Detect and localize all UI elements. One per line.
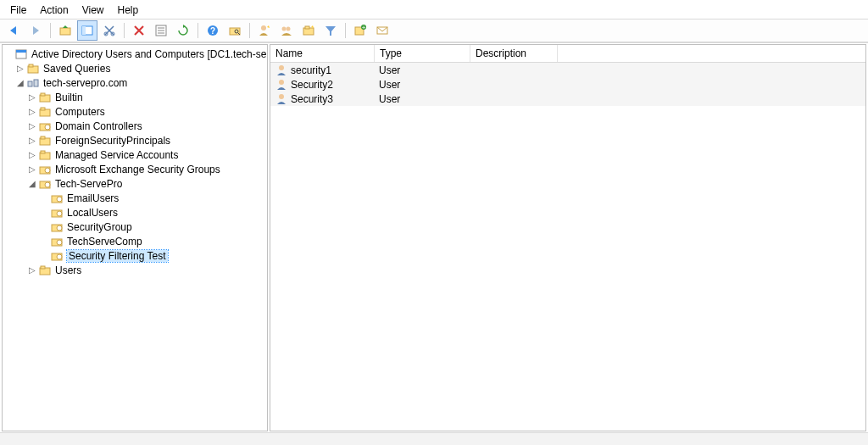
- tree-label: Domain Controllers: [55, 120, 142, 132]
- list-pane: Name Type Description security1UserSecur…: [270, 44, 866, 431]
- tree-label: Tech-ServePro: [55, 178, 122, 190]
- svg-text:?: ?: [210, 26, 215, 36]
- list-row[interactable]: security1User: [270, 63, 865, 77]
- svg-point-57: [57, 240, 62, 245]
- list-row[interactable]: Security3User: [270, 92, 865, 106]
- svg-point-55: [57, 225, 62, 231]
- ou-icon: [50, 249, 64, 263]
- tree-pane[interactable]: Active Directory Users and Computers [DC…: [2, 44, 268, 431]
- svg-point-59: [57, 254, 62, 259]
- expander-icon[interactable]: ◢: [26, 179, 38, 188]
- tree-fsp[interactable]: ▷ ForeignSecurityPrincipals: [3, 133, 267, 147]
- mail-icon: [376, 24, 389, 37]
- toolbar-separator: [124, 23, 125, 38]
- expander-icon[interactable]: ▷: [14, 64, 26, 73]
- forward-button[interactable]: [25, 20, 46, 41]
- tree-root[interactable]: Active Directory Users and Computers [DC…: [3, 47, 267, 61]
- tree-label: Active Directory Users and Computers [DC…: [31, 48, 268, 60]
- tree-label: Security Filtering Test: [67, 250, 168, 262]
- svg-marker-3: [63, 25, 68, 28]
- tree-users[interactable]: ▷ Users: [3, 263, 267, 277]
- up-level-button[interactable]: [55, 20, 75, 41]
- menu-view[interactable]: View: [75, 3, 111, 18]
- toolbar-separator: [249, 23, 250, 38]
- tree-tech-servepro-ou[interactable]: ◢ Tech-ServePro: [3, 176, 267, 191]
- tree-domain-controllers[interactable]: ▷ Domain Controllers: [3, 119, 267, 133]
- menu-file[interactable]: File: [3, 3, 33, 18]
- svg-rect-33: [29, 64, 33, 67]
- svg-rect-35: [34, 80, 38, 86]
- menu-help[interactable]: Help: [111, 3, 146, 18]
- svg-point-49: [45, 182, 50, 187]
- svg-text:+: +: [362, 24, 366, 31]
- tree-domain[interactable]: ◢ tech-servepro.com: [3, 75, 267, 90]
- column-header-description[interactable]: Description: [470, 45, 558, 62]
- tree-label: Saved Queries: [43, 63, 110, 75]
- add-group-icon: +: [353, 24, 367, 37]
- filter-icon: [324, 24, 337, 37]
- refresh-icon: [176, 24, 190, 37]
- show-hide-tree-button[interactable]: [77, 20, 97, 41]
- new-ou-button[interactable]: [298, 20, 319, 41]
- column-header-type[interactable]: Type: [375, 45, 470, 62]
- svg-rect-23: [305, 26, 309, 29]
- list-row[interactable]: Security2User: [270, 77, 865, 92]
- tree-label: SecurityGroup: [67, 221, 132, 233]
- expander-icon[interactable]: ▷: [26, 107, 38, 116]
- main-area: Active Directory Users and Computers [DC…: [0, 42, 868, 432]
- tree-saved-queries[interactable]: ▷ Saved Queries: [3, 61, 267, 75]
- column-header-name[interactable]: Name: [270, 45, 375, 62]
- find-button[interactable]: [225, 20, 245, 41]
- help-icon: ?: [206, 24, 220, 37]
- ou-icon: [38, 120, 52, 133]
- search-folder-icon: [228, 24, 242, 37]
- expander-icon[interactable]: ▷: [26, 121, 38, 131]
- tree-builtin[interactable]: ▷ Builtin: [3, 90, 267, 104]
- new-user-button[interactable]: [254, 20, 275, 41]
- tree-security-filtering-test[interactable]: Security Filtering Test: [3, 248, 267, 263]
- tree-label: tech-servepro.com: [43, 77, 127, 89]
- new-group-button[interactable]: [276, 20, 297, 41]
- expander-icon[interactable]: ▷: [26, 92, 38, 102]
- ou-icon: [38, 177, 52, 191]
- add-to-group-button[interactable]: +: [350, 20, 370, 41]
- svg-marker-19: [267, 25, 270, 28]
- svg-rect-61: [41, 266, 45, 269]
- delete-button[interactable]: [129, 20, 149, 41]
- menu-action[interactable]: Action: [33, 3, 75, 18]
- tree-exchange-groups[interactable]: ▷ Microsoft Exchange Security Groups: [3, 162, 267, 176]
- tree-emailusers[interactable]: EmailUsers: [3, 191, 267, 205]
- tree-techservecomp[interactable]: TechServeComp: [3, 234, 267, 248]
- svg-marker-0: [10, 26, 16, 35]
- cut-button[interactable]: [99, 20, 120, 41]
- tree-label: LocalUsers: [67, 207, 118, 219]
- properties-button[interactable]: [151, 20, 171, 41]
- folder-icon: [38, 91, 52, 104]
- mail-button[interactable]: [372, 20, 392, 41]
- refresh-button[interactable]: [173, 20, 193, 41]
- tree-localusers[interactable]: LocalUsers: [3, 205, 267, 220]
- expander-icon[interactable]: ▷: [26, 265, 38, 275]
- folder-icon: [38, 264, 52, 277]
- expander-icon[interactable]: ◢: [14, 78, 26, 87]
- ou-icon: [50, 192, 64, 205]
- svg-point-63: [279, 80, 284, 85]
- aduc-root-icon: [14, 47, 28, 61]
- expander-icon[interactable]: ▷: [26, 150, 38, 159]
- tree-computers[interactable]: ▷ Computers: [3, 104, 267, 119]
- expander-icon[interactable]: ▷: [26, 136, 38, 145]
- panel-icon: [81, 24, 94, 37]
- expander-icon[interactable]: ▷: [26, 164, 38, 174]
- tree-securitygroup[interactable]: SecurityGroup: [3, 220, 267, 234]
- svg-point-47: [45, 168, 50, 173]
- toolbar-separator: [50, 23, 51, 38]
- back-button[interactable]: [3, 20, 24, 41]
- svg-rect-31: [16, 50, 26, 53]
- svg-point-21: [287, 27, 291, 31]
- svg-rect-34: [28, 81, 32, 86]
- help-button[interactable]: ?: [203, 20, 223, 41]
- tree-msa[interactable]: ▷ Managed Service Accounts: [3, 147, 267, 162]
- list-cell-name: security1: [291, 64, 331, 76]
- list-body[interactable]: security1UserSecurity2UserSecurity3User: [270, 63, 865, 431]
- filter-button[interactable]: [320, 20, 341, 41]
